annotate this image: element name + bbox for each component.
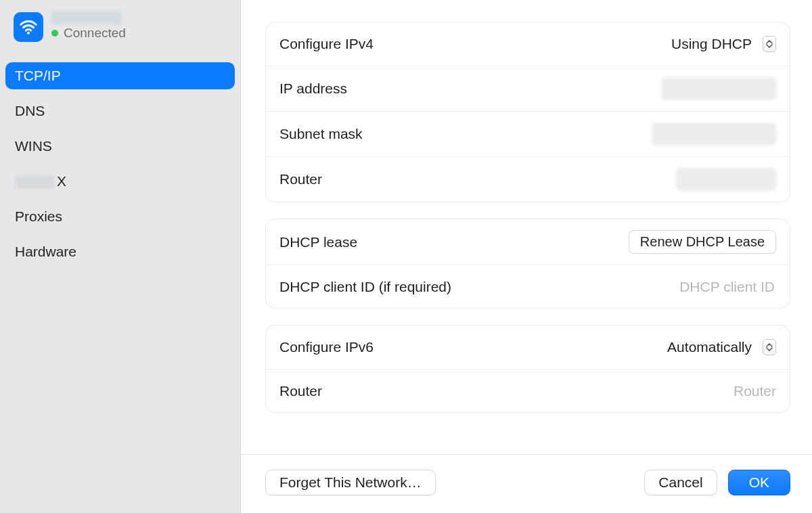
dhcp-lease-label: DHCP lease (279, 234, 357, 250)
row-configure-ipv4: Configure IPv4 Using DHCP (266, 22, 790, 66)
network-name (51, 11, 122, 24)
router-v6-placeholder: Router (734, 383, 776, 399)
tab-label: Hardware (15, 244, 76, 259)
row-router-v6: Router Router (266, 369, 790, 412)
settings-content: Configure IPv4 Using DHCP IP address Sub… (241, 0, 812, 513)
renew-dhcp-button[interactable]: Renew DHCP Lease (629, 230, 776, 254)
row-dhcp-lease: DHCP lease Renew DHCP Lease (266, 219, 790, 265)
forget-network-button[interactable]: Forget This Network… (265, 470, 436, 495)
tab-label: WINS (15, 138, 52, 154)
tab-label: TCP/IP (15, 68, 61, 83)
tab-tcpip[interactable]: TCP/IP (5, 62, 235, 89)
configure-ipv6-label: Configure IPv6 (279, 339, 374, 355)
row-ip-address: IP address (266, 66, 790, 111)
configure-ipv4-label: Configure IPv4 (279, 36, 374, 52)
router-v6-label: Router (279, 383, 322, 399)
tab-proxies[interactable]: Proxies (5, 203, 235, 230)
configure-ipv4-dropdown[interactable] (763, 36, 776, 52)
cancel-button[interactable]: Cancel (644, 470, 717, 495)
ip-address-label: IP address (279, 81, 347, 97)
ip-address-value (661, 77, 776, 100)
dialog-footer: Forget This Network… Cancel OK (241, 454, 812, 513)
connection-status: Connected (64, 26, 126, 41)
configure-ipv4-value: Using DHCP (671, 36, 752, 52)
row-subnet-mask: Subnet mask (266, 111, 790, 156)
router-v4-value (676, 168, 776, 191)
row-dhcp-client-id: DHCP client ID (if required) (266, 265, 790, 308)
tab-8021x[interactable]: X (5, 168, 235, 195)
dhcp-card: DHCP lease Renew DHCP Lease DHCP client … (265, 219, 790, 309)
tab-dns[interactable]: DNS (5, 97, 235, 125)
wifi-icon (14, 12, 43, 42)
dhcp-client-id-label: DHCP client ID (if required) (279, 279, 451, 295)
router-v4-label: Router (279, 171, 322, 187)
configure-ipv6-value: Automatically (667, 339, 752, 355)
tab-wins[interactable]: WINS (5, 133, 235, 160)
subnet-mask-value (652, 122, 776, 146)
ok-button[interactable]: OK (728, 470, 790, 495)
settings-sidebar: Connected TCP/IP DNS WINS X Proxies Hard… (0, 0, 241, 513)
redacted-prefix (15, 175, 54, 189)
tab-hardware[interactable]: Hardware (5, 238, 235, 265)
ipv4-card: Configure IPv4 Using DHCP IP address Sub… (265, 22, 790, 202)
settings-tabs: TCP/IP DNS WINS X Proxies Hardware (5, 58, 235, 269)
network-settings-window: Connected TCP/IP DNS WINS X Proxies Hard… (0, 0, 812, 513)
tab-label: X (57, 173, 66, 189)
ipv6-card: Configure IPv6 Automatically Router Rout… (265, 325, 790, 413)
settings-scroll: Configure IPv4 Using DHCP IP address Sub… (241, 0, 812, 454)
connection-header: Connected (5, 12, 235, 47)
row-router-v4: Router (266, 156, 790, 202)
status-indicator-icon (51, 30, 58, 37)
configure-ipv6-dropdown[interactable] (763, 339, 776, 355)
dhcp-client-id-input[interactable] (600, 278, 776, 296)
tab-label: DNS (15, 103, 45, 118)
svg-point-0 (27, 32, 30, 35)
subnet-mask-label: Subnet mask (279, 126, 363, 142)
tab-label: Proxies (15, 208, 62, 224)
row-configure-ipv6: Configure IPv6 Automatically (266, 326, 790, 369)
